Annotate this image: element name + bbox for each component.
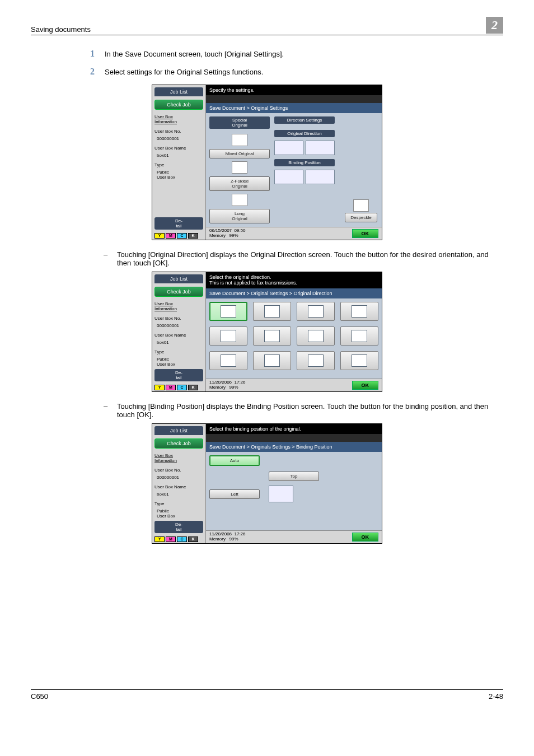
dash-bullet: – [104,402,109,419]
step-number: 1 [87,49,95,59]
job-list-tab[interactable]: Job List [154,426,203,435]
direction-option-11[interactable] [297,351,335,370]
toner-m-icon: M [166,536,176,542]
steps-list: 1 In the Save Document screen, touch [Or… [87,49,503,77]
binding-position-button[interactable] [274,170,335,184]
user-box-info-label: User Box Information [154,301,203,311]
user-box-name-label: User Box Name [154,484,203,489]
orientation-icon [264,330,280,342]
device-footer: 11/20/2006 17:26 Memory 99% OK [206,379,382,391]
special-original-header: Special Original [209,116,270,129]
direction-option-3[interactable] [297,302,335,321]
direction-option-10[interactable] [253,351,291,370]
mixed-original-button[interactable]: Mixed Original [209,149,270,158]
toner-m-icon: M [166,233,176,239]
despeckle-icon [353,199,369,212]
auto-button[interactable]: Auto [209,455,260,466]
direction-option-1[interactable] [209,302,247,321]
step-text: In the Save Document screen, touch [Orig… [105,49,284,59]
device-sidebar: Job List Check Job User Box Information … [152,272,206,391]
job-list-tab[interactable]: Job List [154,87,203,96]
user-box-no-label: User Box No. [154,468,203,473]
direction-option-7[interactable] [297,326,335,346]
user-box-name-label: User Box Name [154,146,203,151]
direction-settings-header: Direction Settings [274,116,335,124]
direction-icon [274,141,303,155]
orientation-icon [308,305,324,318]
settings-panel: Special Original Mixed Original Z-Folded… [206,113,382,227]
user-box-name-value: box01 [157,340,203,345]
detail-button[interactable]: De- tail [154,369,203,381]
breadcrumb: Save Document > Originals Settings > Bin… [206,442,382,452]
direction-option-12[interactable] [340,351,378,370]
binding-preview-icon [269,486,293,502]
ok-button[interactable]: OK [352,229,379,238]
orientation-icon [352,354,367,367]
type-value: Public User Box [157,357,203,367]
check-job-button[interactable]: Check Job [154,287,203,297]
direction-option-4[interactable] [340,302,378,321]
dash-bullet: – [104,250,109,267]
device-screen-binding-position: Job List Check Job User Box Information … [152,423,382,544]
left-button[interactable]: Left [209,489,260,499]
mixed-original-icon [232,134,247,146]
direction-option-5[interactable] [209,326,247,346]
step-1: 1 In the Save Document screen, touch [Or… [87,49,503,59]
toner-k-icon: K [188,536,198,542]
direction-option-2[interactable] [253,302,291,321]
step-2: 2 Select settings for the Original Setti… [87,67,503,77]
device-screen-original-direction: Job List Check Job User Box Information … [152,272,382,392]
check-job-button[interactable]: Check Job [154,100,203,110]
binding-icon [306,170,335,184]
top-button[interactable]: Top [269,472,319,481]
ok-button[interactable]: OK [352,533,379,542]
despeckle-button[interactable]: Despeckle [345,213,377,222]
toner-y-icon: Y [154,233,165,239]
job-list-tab[interactable]: Job List [154,274,203,283]
orientation-icon [308,330,324,342]
original-direction-button[interactable] [274,141,335,155]
substep-direction: – Touching [Original Direction] displays… [104,250,503,267]
toner-indicators: Y M C K [154,232,203,240]
toner-indicators: Y M C K [154,384,203,391]
toner-c-icon: C [177,385,187,390]
ok-button[interactable]: OK [352,381,379,390]
footer-status: 06/15/2007 09:50 Memory 99% [209,228,246,239]
footer-page: 2-48 [489,692,503,701]
orientation-icon [264,305,280,318]
page-footer: C650 2-48 [31,689,503,701]
type-value: Public User Box [157,170,203,180]
check-job-button[interactable]: Check Job [154,438,203,449]
step-number: 2 [87,67,95,77]
orientation-icon [352,305,367,318]
toner-m-icon: M [166,385,176,390]
direction-panel [206,298,382,379]
message-bar: Specify the settings. [206,85,382,95]
substep-text: Touching [Original Direction] displays t… [117,250,503,267]
toner-c-icon: C [177,536,187,542]
device-sidebar: Job List Check Job User Box Information … [152,424,206,543]
detail-button[interactable]: De- tail [154,217,203,230]
toner-y-icon: Y [154,536,165,542]
breadcrumb: Save Document > Original Settings [206,103,382,113]
user-box-name-value: box01 [157,153,203,158]
long-original-icon [232,194,247,206]
zfolded-button[interactable]: Z-Folded Original [209,176,270,191]
user-box-info-label: User Box Information [154,114,203,124]
direction-option-9[interactable] [209,351,247,370]
footer-model: C650 [31,692,48,701]
user-box-no-label: User Box No. [154,316,203,321]
detail-button[interactable]: De- tail [154,521,203,533]
direction-option-6[interactable] [253,326,291,346]
substep-text: Touching [Binding Position] displays the… [117,402,503,419]
user-box-info-label: User Box Information [154,453,203,463]
long-original-button[interactable]: Long Original [209,209,270,223]
device-sidebar: Job List Check Job User Box Information … [152,85,206,240]
step-text: Select settings for the Original Setting… [105,67,263,77]
breadcrumb: Save Document > Original Settings > Orig… [206,288,382,298]
page-header: Saving documents 2 [31,17,503,35]
chapter-number: 2 [486,17,503,34]
direction-option-8[interactable] [340,326,378,346]
despeckle-group: Despeckle [345,198,377,222]
user-box-no-value: 000000001 [157,323,203,328]
